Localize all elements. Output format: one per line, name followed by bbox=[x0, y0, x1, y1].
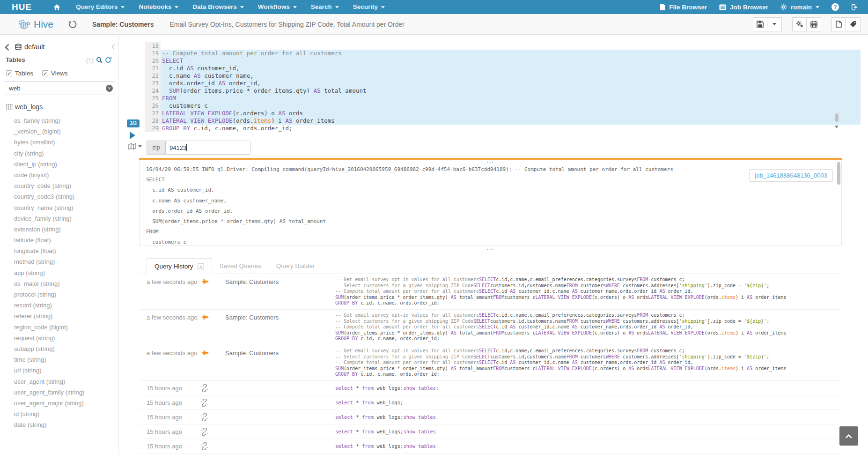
column-item[interactable]: user_agent_family (string) bbox=[0, 387, 118, 398]
query-description[interactable]: Email Survey Opt-Ins, Customers for Ship… bbox=[170, 21, 405, 28]
query-history-icon[interactable] bbox=[68, 20, 77, 29]
schedule-button[interactable] bbox=[807, 17, 821, 31]
file-browser-button[interactable]: File Browser bbox=[660, 4, 707, 11]
help-icon[interactable]: ? bbox=[831, 3, 839, 11]
scrollbar-thumb[interactable] bbox=[837, 162, 840, 185]
column-item[interactable]: latitude (float) bbox=[0, 235, 118, 246]
hue-logo[interactable]: HUE bbox=[12, 2, 32, 12]
editor-line[interactable]: 28LATERAL VIEW EXPLODE(ords.items) i AS … bbox=[145, 117, 861, 125]
history-row[interactable]: 15 hours agoselect * from web_logs;show … bbox=[139, 439, 842, 454]
column-item[interactable]: app (string) bbox=[0, 268, 118, 278]
resize-handle[interactable]: ⋯ bbox=[139, 247, 842, 251]
column-item[interactable]: country_name (string) bbox=[0, 202, 118, 213]
sign-out-icon[interactable] bbox=[851, 4, 859, 11]
column-item[interactable]: id (string) bbox=[0, 409, 118, 419]
settings-button[interactable] bbox=[792, 17, 807, 31]
editor-line[interactable]: 20SELECT bbox=[145, 57, 861, 65]
collapse-panel-icon[interactable] bbox=[111, 44, 115, 50]
column-item[interactable]: device_family (string) bbox=[0, 213, 118, 224]
column-item[interactable]: country_code3 (string) bbox=[0, 191, 118, 202]
history-row[interactable]: a few seconds agoSample: Customers-- Get… bbox=[139, 310, 842, 345]
column-item[interactable]: subapp (string) bbox=[0, 343, 118, 354]
home-icon[interactable] bbox=[51, 4, 63, 10]
save-button[interactable] bbox=[753, 17, 767, 31]
nav-menu-data-browsers[interactable]: Data Browsers bbox=[185, 0, 251, 14]
user-menu[interactable]: romain bbox=[780, 4, 819, 11]
job-link-button[interactable]: job_1461888648136_0003 bbox=[749, 169, 833, 182]
editor-line[interactable]: 22 c.name AS customer_name, bbox=[145, 72, 861, 80]
variables-toggle[interactable] bbox=[128, 143, 142, 150]
column-item[interactable]: protocol (string) bbox=[0, 289, 118, 300]
nav-menu-security[interactable]: Security bbox=[346, 0, 392, 14]
tab-query-history[interactable]: Query History bbox=[147, 258, 212, 274]
column-item[interactable]: request (string) bbox=[0, 333, 118, 343]
history-timestamp: 15 hours ago bbox=[147, 385, 182, 392]
column-item[interactable]: os_major (string) bbox=[0, 278, 118, 289]
column-item[interactable]: extension (string) bbox=[0, 224, 118, 235]
column-item[interactable]: bytes (smallint) bbox=[0, 137, 118, 148]
tables-checkbox[interactable]: ✓ bbox=[6, 70, 12, 76]
scroll-to-top-button[interactable] bbox=[839, 426, 858, 446]
editor-scrollbar[interactable] bbox=[835, 42, 839, 132]
history-row[interactable]: 15 hours agoselect * from web_logs;show … bbox=[139, 410, 842, 424]
database-name[interactable]: default bbox=[24, 43, 45, 51]
editor-line[interactable]: 23 ords.order_id AS order_id, bbox=[145, 80, 861, 87]
editor-line[interactable]: 24 SUM(order_items.price * order_items.q… bbox=[145, 87, 861, 95]
table-search-input[interactable] bbox=[4, 82, 115, 95]
tab-query-builder[interactable]: Query Builder bbox=[269, 258, 323, 274]
scrollbar-thumb[interactable] bbox=[835, 113, 839, 122]
resize-handle[interactable]: ⋯ bbox=[140, 160, 841, 164]
column-item[interactable]: region_code (bigint) bbox=[0, 322, 118, 333]
history-row[interactable]: 15 hours agoselect * from web_logs;show … bbox=[139, 381, 842, 395]
editor-line[interactable]: 18 bbox=[145, 42, 861, 50]
new-query-button[interactable] bbox=[831, 17, 846, 31]
history-row[interactable]: a few seconds agoSample: Customers-- Get… bbox=[139, 345, 842, 381]
column-item[interactable]: referer (string) bbox=[0, 311, 118, 321]
search-icon[interactable] bbox=[96, 57, 103, 63]
save-dropdown-button[interactable] bbox=[767, 17, 782, 31]
tab-saved-queries[interactable]: Saved Queries bbox=[212, 258, 269, 274]
job-browser-button[interactable]: Job Browser bbox=[719, 4, 768, 11]
sql-editor[interactable]: 1819-- Compute total amount per order fo… bbox=[145, 42, 861, 132]
nav-menu-workflows[interactable]: Workflows bbox=[251, 0, 304, 14]
query-title[interactable]: Sample: Customers bbox=[92, 21, 154, 28]
column-item[interactable]: date (string) bbox=[0, 419, 118, 430]
column-item[interactable]: city (string) bbox=[0, 148, 118, 159]
scroll-down-icon[interactable] bbox=[835, 126, 839, 128]
editor-line[interactable]: 26 customers c bbox=[145, 102, 861, 110]
clear-search-icon[interactable]: × bbox=[106, 85, 113, 92]
history-row[interactable]: a few seconds agoSample: Customers-- Get… bbox=[139, 274, 842, 310]
column-item[interactable]: time (string) bbox=[0, 354, 118, 365]
tags-button[interactable] bbox=[846, 17, 861, 31]
back-chevron-icon[interactable] bbox=[5, 44, 9, 51]
history-row[interactable]: 15 hours agoselect * from web_logs;show … bbox=[139, 424, 842, 439]
column-item[interactable]: country_code (string) bbox=[0, 180, 118, 191]
column-item[interactable]: _version_ (bigint) bbox=[0, 126, 118, 137]
column-item[interactable]: client_ip (string) bbox=[0, 159, 118, 170]
editor-line[interactable]: 25FROM bbox=[145, 95, 861, 102]
column-item[interactable]: record (string) bbox=[0, 300, 118, 311]
column-item[interactable]: user_agent (string) bbox=[0, 376, 118, 387]
nav-menu-search[interactable]: Search bbox=[304, 0, 346, 14]
column-item[interactable]: code (tinyint) bbox=[0, 170, 118, 180]
refresh-icon[interactable] bbox=[105, 57, 111, 63]
editor-line[interactable]: 29GROUP BY c.id, c.name, ords.order_id; bbox=[145, 125, 861, 132]
views-checkbox[interactable]: ✓ bbox=[42, 70, 48, 76]
variable-value-input[interactable] bbox=[165, 141, 250, 155]
column-item[interactable]: method (string) bbox=[0, 256, 118, 267]
nav-menu-query-editors[interactable]: Query Editors bbox=[69, 0, 132, 14]
editor-line[interactable]: 21 c.id AS customer_id, bbox=[145, 65, 861, 72]
column-item[interactable]: os_family (string) bbox=[0, 115, 118, 126]
log-scrollbar[interactable] bbox=[837, 161, 841, 244]
column-item[interactable]: longitude (float) bbox=[0, 246, 118, 256]
editor-line[interactable]: 19-- Compute total amount per order for … bbox=[145, 50, 861, 57]
line-number: 29 bbox=[145, 125, 161, 132]
execute-button[interactable] bbox=[130, 132, 135, 139]
history-row[interactable]: 15 hours agoselect * from web_logs; bbox=[139, 395, 842, 410]
nav-menu-notebooks[interactable]: Notebooks bbox=[132, 0, 185, 14]
column-item[interactable]: user_agent_major (string) bbox=[0, 398, 118, 409]
editor-line[interactable]: 27LATERAL VIEW EXPLODE(c.orders) o AS or… bbox=[145, 110, 861, 117]
column-item[interactable]: url (string) bbox=[0, 365, 118, 376]
table-item-web-logs[interactable]: web_logs bbox=[6, 103, 43, 111]
calendar-x-icon[interactable] bbox=[198, 263, 204, 269]
